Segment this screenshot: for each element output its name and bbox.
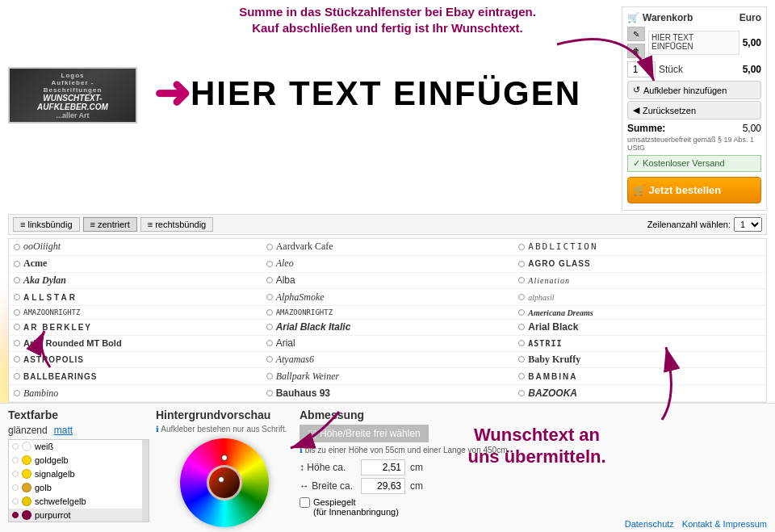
abmessung-title: Abmessung (300, 408, 767, 421)
list-item[interactable]: Bauhaus 93 (262, 385, 514, 402)
summe-label: Summe: (627, 123, 665, 134)
list-item[interactable]: Alienation (513, 273, 766, 290)
hintergrund-title: Hintergrundvorschau (156, 408, 293, 421)
logo-url: WUNSCHTEXT-AUFKLEBER.COM (10, 94, 136, 111)
color-square[interactable] (207, 465, 242, 501)
gespiegelt-sub: (für Innenanbringung) (313, 507, 399, 517)
list-item[interactable]: Alba (262, 273, 514, 290)
list-item[interactable]: ASTRII (513, 336, 766, 352)
list-item[interactable]: Bambino (9, 385, 262, 402)
list-item[interactable]: Aardvark Cafe (262, 239, 514, 256)
list-item[interactable]: ASTROPOLIS (9, 352, 262, 369)
wheel-dot (221, 455, 228, 461)
color-wheel[interactable] (180, 438, 269, 527)
color-label-signalgelb: signalgelb (35, 469, 75, 479)
list-item[interactable]: Acme (9, 256, 262, 273)
hoehe-label: ↕ Höhe ca. (300, 462, 356, 473)
list-item[interactable]: ABDLICTION (513, 239, 766, 256)
hoehe-input[interactable] (361, 459, 405, 475)
qty-price: 5,00 (743, 64, 761, 75)
logo-top-lines: LogosAufkleber -Beschriftungen (10, 72, 136, 94)
list-item[interactable]: ALLSTAR (9, 289, 262, 306)
alignment-bar: ≡ linksbündig ≡ zentriert ≡ rechtsbündig… (8, 214, 767, 235)
order-button[interactable]: 🛒 Jetzt bestellen (627, 177, 761, 203)
list-item[interactable]: AMAZOONRIGHTZ (262, 306, 514, 320)
font-item-arial-rounded[interactable]: Arial Rounded MT Bold (9, 336, 262, 352)
textfarbe-title: Textfarbe (8, 408, 149, 421)
hier-text[interactable]: HIER TEXT EINFÜGEN (191, 74, 581, 113)
align-center-button[interactable]: ≡ zentriert (83, 217, 137, 232)
logo-sub: ...aller Art (10, 111, 136, 119)
color-label-schwefelgelb: schwefelgelb (35, 496, 86, 506)
color-item-schwefelgelb[interactable]: schwefelgelb (9, 495, 149, 508)
summe-value: 5,00 (743, 123, 761, 134)
list-item[interactable]: Aleo (262, 256, 514, 273)
breite-input[interactable] (361, 478, 405, 494)
resize-icon: ⬚ (308, 428, 316, 439)
breite-unit: cm (410, 480, 423, 492)
aufkleber-note: ℹ Aufkleber bestehen nur aus Schrift. (156, 425, 293, 434)
list-item[interactable]: Arial (262, 336, 514, 352)
warenkorb-euro: Euro (739, 12, 761, 23)
matt-option[interactable]: matt (54, 425, 73, 436)
align-right-button[interactable]: ≡ rechtsbündig (140, 217, 213, 232)
list-item[interactable]: Americana Dreams (513, 306, 766, 320)
list-item[interactable]: AGRO GLASS (513, 256, 766, 273)
color-item-weiss[interactable]: weiß (9, 440, 149, 453)
list-item[interactable]: Aka Dylan (9, 273, 262, 290)
color-item-signalgelb[interactable]: signalgelb (9, 467, 149, 480)
list-item[interactable]: Arial Black Italic (262, 320, 514, 336)
list-item[interactable]: Ballpark Weiner (262, 368, 514, 385)
gespiegelt-checkbox[interactable] (300, 497, 310, 508)
refresh-icon: ↺ (633, 85, 640, 95)
reset-button[interactable]: ◀ Zurücksetzen (627, 101, 761, 119)
color-item-golb[interactable]: golb (9, 481, 149, 494)
align-left-button[interactable]: ≡ linksbündig (13, 217, 80, 232)
list-item[interactable]: alphasil (513, 289, 766, 306)
top-annotation: Summe in das Stückzahlfenster bei Ebay e… (202, 4, 573, 36)
cart-icon: 🛒 (627, 12, 639, 23)
edit-icon[interactable]: ✎ (627, 27, 645, 41)
font-list-container: ooOiiight Aardvark Cafe ABDLICTION Acme … (8, 238, 767, 403)
warenkorb-title: Warenkorb (643, 12, 693, 23)
list-item[interactable]: AlphaSmoke (262, 289, 514, 306)
hoehe-breite-button[interactable]: ⬚ Höhe/Breite frei wählen (300, 425, 429, 442)
color-label-weiss: weiß (35, 442, 53, 451)
font-list: ooOiiight Aardvark Cafe ABDLICTION Acme … (9, 239, 766, 402)
footer-links: Datenschutz Kontakt & Impressum (625, 519, 767, 529)
list-item[interactable]: Baby Kruffy (513, 352, 766, 369)
kontakt-link[interactable]: Kontakt & Impressum (682, 519, 767, 529)
summe-note: umsatzsteuerbefreit gemäß § 19 Abs. 1 US… (627, 136, 761, 152)
versand-badge: ✓ Kostenloser Versand (627, 155, 761, 172)
list-item[interactable]: Atyamas6 (262, 352, 514, 369)
list-item[interactable]: ooOiiight (9, 239, 262, 256)
inner-dot (218, 476, 224, 483)
color-label-goldgelb: goldgelb (35, 455, 69, 465)
gespiegelt-label: Gespiegelt (313, 497, 399, 507)
list-item[interactable]: Arial Black (513, 320, 766, 336)
delete-icon[interactable]: 🗑 (627, 44, 645, 58)
color-list: weiß goldgelb signalgelb golb (8, 439, 149, 522)
color-item-goldgelb[interactable]: goldgelb (9, 454, 149, 467)
warenkorb-box: 🛒 Warenkorb Euro ✎ 🗑 HIER TEXT EINFÜGEN … (622, 6, 767, 211)
hier-arrow-icon: ➜ (153, 71, 191, 115)
add-aufkleber-button[interactable]: ↺ Aufkleber hinzufügen (627, 81, 761, 99)
logo: LogosAufkleber -Beschriftungen WUNSCHTEX… (8, 67, 137, 124)
list-item[interactable]: BAMBINA (513, 368, 766, 385)
zeilen-label: Zeilenanzahl wählen: (647, 220, 731, 229)
breite-label: ↔ Breite ca. (300, 480, 356, 492)
list-item[interactable]: BALLBEARINGS (9, 368, 262, 385)
wunschtext-annotation: Wunschtext an uns übermitteln. (456, 425, 618, 467)
datenschutz-link[interactable]: Datenschutz (625, 519, 674, 529)
list-item[interactable]: AMAZOONRIGHTZ (9, 306, 262, 320)
color-label-purpurrot: purpurrot (35, 510, 71, 520)
list-item[interactable]: BAZOOKA (513, 385, 766, 402)
color-item-purpurrot[interactable]: purpurrot (9, 509, 149, 522)
list-item[interactable]: AR BERKLEY (9, 320, 262, 336)
zeilen-select[interactable]: 1 2 3 (734, 217, 762, 232)
hoehe-unit: cm (410, 462, 423, 473)
cart-item-text: HIER TEXT EINFÜGEN (648, 31, 739, 55)
qty-input[interactable] (627, 61, 656, 77)
glanzend-option[interactable]: glänzend (8, 425, 48, 436)
color-label-golb: golb (35, 483, 52, 492)
